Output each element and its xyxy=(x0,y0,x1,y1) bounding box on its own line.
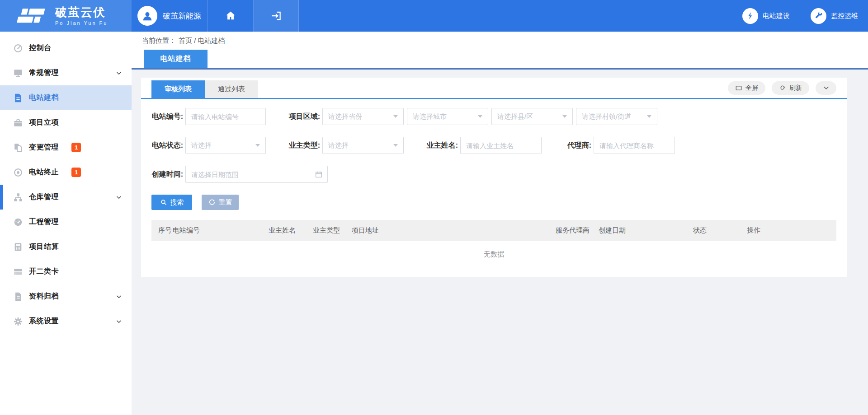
results-table: 序号 电站编号 业主姓名 业主类型 项目地址 服务代理商 创建日期 状态 操作 xyxy=(151,220,836,241)
chevron-down-icon xyxy=(116,294,122,300)
col-project-address: 项目地址 xyxy=(352,220,556,241)
col-owner-type: 业主类型 xyxy=(313,220,352,241)
station-status-label: 电站状态: xyxy=(151,141,183,150)
tab-review-list[interactable]: 审核列表 xyxy=(151,80,205,98)
document-icon xyxy=(13,93,23,103)
sidebar-nav: 控制台 常规管理 电站建档 项目立项 变更管理 1 电站终止 1 仓库管理 xyxy=(0,32,132,415)
top-header: 破茧云伏 Po Jian Yun Fu 破茧新能源 电站建设 xyxy=(0,0,868,32)
sidebar-item-engineering-mgmt[interactable]: 工程管理 xyxy=(0,210,132,234)
create-time-label: 创建时间: xyxy=(151,170,183,179)
sidebar-item-general-mgmt[interactable]: 常规管理 xyxy=(0,61,132,85)
home-icon xyxy=(225,10,236,22)
briefcase-icon xyxy=(13,118,23,128)
panel-header: 审核列表 通过列表 全屏 刷新 xyxy=(141,78,847,99)
station-no-input[interactable] xyxy=(185,108,266,125)
refresh-button[interactable]: 刷新 xyxy=(772,81,809,95)
refresh-icon xyxy=(779,84,786,92)
table-header-row: 序号 电站编号 业主姓名 业主类型 项目地址 服务代理商 创建日期 状态 操作 xyxy=(151,220,836,241)
agent-label: 代理商: xyxy=(564,141,591,150)
caret-down-icon xyxy=(255,144,260,147)
logo-title: 破茧云伏 xyxy=(55,6,108,18)
logout-button[interactable] xyxy=(254,0,299,32)
sitemap-icon xyxy=(13,192,23,202)
col-status: 状态 xyxy=(693,220,747,241)
town-select[interactable]: 请选择村镇/街道 xyxy=(576,108,657,125)
gear-icon xyxy=(13,317,23,326)
user-avatar-icon xyxy=(137,6,157,26)
sidebar-item-project-settlement[interactable]: 项目结算 xyxy=(0,234,132,259)
badge-count: 1 xyxy=(71,143,81,152)
tab-passed-list[interactable]: 通过列表 xyxy=(205,80,258,98)
empty-state: 无数据 xyxy=(151,241,836,268)
sidebar-item-system-settings[interactable]: 系统设置 xyxy=(0,309,132,334)
archive-icon xyxy=(13,292,23,302)
region-label: 项目区域: xyxy=(288,112,320,121)
header-user-section[interactable]: 破茧新能源 xyxy=(132,0,208,32)
nav-monitor-ops[interactable]: 监控运维 xyxy=(811,8,858,24)
gauge-icon xyxy=(13,217,23,227)
chevron-down-icon xyxy=(116,318,122,325)
owner-name-label: 业主姓名: xyxy=(426,141,458,150)
col-service-agent: 服务代理商 xyxy=(556,220,599,241)
caret-down-icon xyxy=(393,115,398,118)
province-select[interactable]: 请选择省份 xyxy=(322,108,404,125)
agent-input[interactable] xyxy=(594,137,675,154)
date-range-input[interactable] xyxy=(185,166,328,183)
card-icon xyxy=(13,267,23,277)
caret-down-icon xyxy=(393,144,398,147)
sign-in-icon xyxy=(270,10,282,22)
home-button[interactable] xyxy=(208,0,254,32)
app-root: 破茧云伏 Po Jian Yun Fu 破茧新能源 电站建设 xyxy=(0,0,868,415)
fullscreen-icon xyxy=(735,84,742,92)
caret-down-icon xyxy=(478,115,482,118)
owner-type-label: 业主类型: xyxy=(288,141,320,150)
badge-count: 1 xyxy=(71,168,81,177)
col-owner-name: 业主姓名 xyxy=(269,220,313,241)
chevron-down-icon xyxy=(116,70,122,76)
search-icon xyxy=(160,199,167,206)
content-panel: 审核列表 通过列表 全屏 刷新 xyxy=(141,78,847,277)
sidebar-item-data-archive[interactable]: 资料归档 xyxy=(0,284,132,309)
target-icon xyxy=(13,168,23,177)
sidebar-item-project-initiation[interactable]: 项目立项 xyxy=(0,110,132,135)
sidebar-item-warehouse-mgmt[interactable]: 仓库管理 xyxy=(0,185,132,210)
calculator-icon xyxy=(13,242,23,252)
wrench-icon xyxy=(811,8,826,24)
chevron-down-icon xyxy=(116,194,122,201)
nav-station-build[interactable]: 电站建设 xyxy=(742,8,790,24)
sidebar-item-change-mgmt[interactable]: 变更管理 1 xyxy=(0,135,132,160)
search-button[interactable]: 搜索 xyxy=(151,195,192,210)
sidebar-item-station-termination[interactable]: 电站终止 1 xyxy=(0,160,132,185)
sidebar-item-open-card[interactable]: 开二类卡 xyxy=(0,259,132,284)
reset-button[interactable]: 重置 xyxy=(202,195,239,210)
col-index: 序号 xyxy=(151,220,173,241)
logo-subtitle: Po Jian Yun Fu xyxy=(55,21,108,26)
caret-down-icon xyxy=(647,115,651,118)
collapse-button[interactable] xyxy=(816,81,836,95)
monitor-icon xyxy=(13,68,23,78)
col-station-no: 电站编号 xyxy=(173,220,269,241)
owner-type-select[interactable]: 请选择 xyxy=(322,137,404,154)
dashboard-icon xyxy=(13,43,23,53)
page-tab-station-archive[interactable]: 电站建档 xyxy=(144,50,208,68)
brand-mark-icon xyxy=(14,6,49,25)
main-content: 当前位置： 首页 / 电站建档 电站建档 审核列表 通过列表 全屏 xyxy=(132,32,868,415)
sidebar-item-console[interactable]: 控制台 xyxy=(0,36,132,61)
calendar-icon xyxy=(315,170,323,178)
owner-name-input[interactable] xyxy=(460,137,542,154)
station-no-label: 电站编号: xyxy=(151,112,183,121)
breadcrumb-path: 首页 / 电站建档 xyxy=(179,37,225,45)
brand-logo: 破茧云伏 Po Jian Yun Fu xyxy=(0,0,132,32)
page-tab-strip: 电站建档 xyxy=(132,50,868,70)
reset-icon xyxy=(208,199,216,206)
caret-down-icon xyxy=(562,115,567,118)
city-select[interactable]: 请选择城市 xyxy=(407,108,488,125)
fullscreen-button[interactable]: 全屏 xyxy=(728,81,765,95)
district-select[interactable]: 请选择县/区 xyxy=(491,108,573,125)
sidebar-item-station-archive[interactable]: 电站建档 xyxy=(0,85,132,110)
company-name: 破茧新能源 xyxy=(163,11,201,21)
col-create-date: 创建日期 xyxy=(599,220,693,241)
station-status-select[interactable]: 请选择 xyxy=(185,137,266,154)
breadcrumb: 当前位置： 首页 / 电站建档 xyxy=(132,32,868,50)
breadcrumb-prefix: 当前位置： xyxy=(142,37,176,45)
